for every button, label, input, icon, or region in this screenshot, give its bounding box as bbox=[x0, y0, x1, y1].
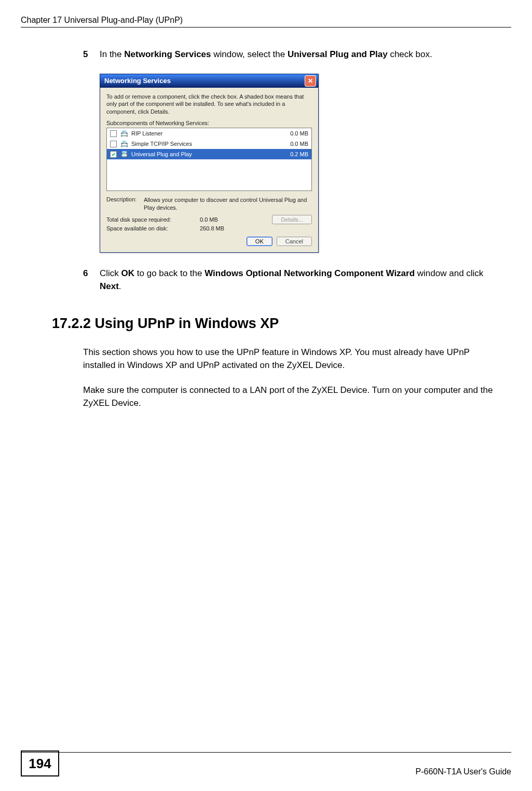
step-number: 6 bbox=[83, 267, 100, 280]
step-text: In the Networking Services window, selec… bbox=[100, 48, 501, 61]
details-button[interactable]: Details... bbox=[272, 215, 312, 224]
list-item[interactable]: 📇 Simple TCP/IP Services 0.0 MB bbox=[107, 139, 311, 149]
list-item[interactable]: ✔ 📇 Universal Plug and Play 0.2 MB bbox=[107, 149, 311, 159]
component-name: Simple TCP/IP Services bbox=[131, 141, 277, 147]
avail-space-label: Space available on disk: bbox=[106, 225, 200, 231]
dialog-titlebar[interactable]: Networking Services ✕ bbox=[100, 74, 318, 88]
paragraph: Make sure the computer is connected to a… bbox=[83, 384, 501, 410]
close-icon[interactable]: ✕ bbox=[305, 75, 316, 87]
ok-button[interactable]: OK bbox=[247, 237, 272, 246]
avail-space-value: 260.8 MB bbox=[200, 225, 241, 231]
page-number: 194 bbox=[21, 751, 59, 776]
section-heading: 17.2.2 Using UPnP in Windows XP bbox=[52, 316, 501, 332]
t: . bbox=[119, 281, 121, 291]
t: window and click bbox=[415, 268, 483, 278]
dialog-title: Networking Services bbox=[104, 77, 171, 85]
dialog-help-text: To add or remove a component, click the … bbox=[106, 93, 312, 116]
cancel-button[interactable]: Cancel bbox=[277, 237, 312, 246]
t: Click bbox=[100, 268, 121, 278]
step-5: 5 In the Networking Services window, sel… bbox=[83, 48, 501, 61]
component-icon: 📇 bbox=[120, 129, 128, 138]
total-space-value: 0.0 MB bbox=[200, 216, 241, 223]
checkbox[interactable] bbox=[110, 141, 117, 147]
component-size: 0.2 MB bbox=[277, 151, 308, 157]
component-size: 0.0 MB bbox=[277, 130, 308, 137]
step-text: Click OK to go back to the Windows Optio… bbox=[100, 267, 501, 293]
networking-services-dialog: Networking Services ✕ To add or remove a… bbox=[100, 74, 319, 253]
bold: Networking Services bbox=[124, 49, 211, 59]
running-header: Chapter 17 Universal Plug-and-Play (UPnP… bbox=[21, 16, 511, 28]
bold: Next bbox=[100, 281, 119, 291]
description-label: Description: bbox=[106, 196, 144, 212]
t: check box. bbox=[388, 49, 432, 59]
paragraph: This section shows you how to use the UP… bbox=[83, 346, 501, 372]
t: to go back to the bbox=[134, 268, 204, 278]
bold: Universal Plug and Play bbox=[288, 49, 388, 59]
bold: Windows Optional Networking Component Wi… bbox=[204, 268, 415, 278]
checkbox[interactable]: ✔ bbox=[110, 151, 117, 158]
description-text: Allows your computer to discover and con… bbox=[144, 196, 312, 212]
step-number: 5 bbox=[83, 48, 100, 61]
component-icon: 📇 bbox=[120, 150, 128, 158]
step-6: 6 Click OK to go back to the Windows Opt… bbox=[83, 267, 501, 293]
subcomponents-label: Subcomponents of Networking Services: bbox=[106, 120, 312, 126]
component-name: RIP Listener bbox=[131, 130, 277, 137]
checkbox[interactable] bbox=[110, 130, 117, 137]
component-icon: 📇 bbox=[120, 140, 128, 148]
list-item[interactable]: 📇 RIP Listener 0.0 MB bbox=[107, 128, 311, 139]
total-space-label: Total disk space required: bbox=[106, 216, 200, 223]
component-size: 0.0 MB bbox=[277, 141, 308, 147]
component-name: Universal Plug and Play bbox=[131, 151, 277, 157]
subcomponents-list[interactable]: 📇 RIP Listener 0.0 MB 📇 Simple TCP/IP Se… bbox=[106, 128, 312, 191]
t: In the bbox=[100, 49, 124, 59]
page-footer: 194 P-660N-T1A User's Guide bbox=[21, 752, 511, 776]
t: window, select the bbox=[211, 49, 288, 59]
guide-name: P-660N-T1A User's Guide bbox=[416, 767, 511, 776]
bold: OK bbox=[121, 268, 135, 278]
